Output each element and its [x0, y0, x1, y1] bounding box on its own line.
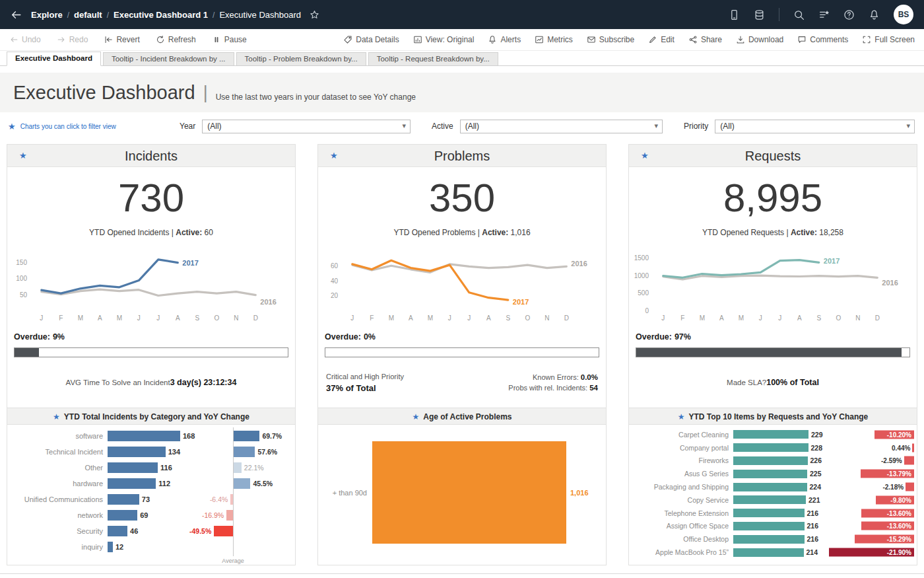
bar-row[interactable]: software16869.7% [7, 428, 295, 444]
bar-row[interactable]: Telephone Extension216-13.60% [629, 507, 917, 520]
bar-row[interactable]: Apple MacBook Pro 15”214-21.90% [629, 546, 917, 559]
redo-button[interactable]: Redo [57, 35, 88, 44]
svg-text:A: A [797, 314, 802, 322]
year-filter-select[interactable]: (All) [202, 120, 411, 133]
yoy-bar[interactable] [233, 462, 242, 473]
edit-button[interactable]: Edit [648, 35, 675, 44]
value-bar[interactable] [733, 548, 804, 557]
value-bar[interactable] [372, 441, 566, 544]
requests-trend-chart[interactable]: 050010001500JFMAMJJASOND20162017 [629, 246, 917, 326]
share-icon [688, 35, 698, 44]
value-bar[interactable] [108, 494, 139, 505]
value-bar[interactable] [733, 483, 807, 491]
value-bar[interactable] [108, 510, 137, 521]
tab-tooltip-problem[interactable]: Tooltip - Problem Breakdown by... [236, 52, 366, 65]
favorite-star-icon[interactable] [310, 10, 319, 20]
value-bar[interactable] [108, 431, 180, 441]
value-bar[interactable] [108, 526, 127, 536]
bar-row[interactable]: Carpet Cleaning229-10.20% [629, 428, 917, 441]
download-button[interactable]: Download [736, 35, 783, 44]
bar-row[interactable]: Fireworks226-2.59% [629, 454, 917, 468]
value-bar[interactable] [733, 430, 808, 439]
bar-row[interactable]: Security46-49.5% [7, 523, 295, 539]
tab-executive-dashboard[interactable]: Executive Dashboard [7, 52, 101, 66]
bar-row[interactable]: inquiry12 [7, 539, 295, 555]
bar-row[interactable]: Copy Service221-9.80% [629, 493, 917, 507]
value-bar[interactable] [733, 470, 807, 478]
share-button[interactable]: Share [688, 35, 722, 44]
yoy-cell: -16.9% [192, 507, 295, 523]
value-bar[interactable] [108, 542, 113, 552]
bar-row[interactable]: hardware11245.5% [7, 476, 295, 491]
requests-top10-chart[interactable]: Carpet Cleaning229-10.20%Company portal2… [629, 425, 917, 565]
refresh-button[interactable]: Refresh [156, 35, 196, 44]
yoy-label: -13.60% [887, 523, 911, 530]
tab-tooltip-request[interactable]: Tooltip - Request Breakdown by... [368, 52, 498, 65]
subscribe-button[interactable]: Subscribe [587, 35, 634, 44]
bar-row[interactable]: Company portal2280.44% [629, 441, 917, 454]
active-filter-select[interactable]: (All) [460, 120, 663, 133]
full-screen-button[interactable]: Full Screen [862, 35, 915, 44]
pause-button[interactable]: Pause [212, 35, 247, 44]
series-2017-line[interactable] [663, 260, 819, 278]
yoy-bar[interactable] [906, 483, 914, 491]
bar-row[interactable]: network69-16.9% [7, 507, 295, 523]
view-original-button[interactable]: View: Original [413, 35, 475, 44]
yoy-bar[interactable] [233, 447, 255, 457]
breadcrumb-explore[interactable]: Explore [31, 10, 63, 20]
value-bar[interactable] [733, 495, 806, 504]
bar-row[interactable]: Office Desktop216-15.29% [629, 532, 917, 546]
value-bar[interactable] [733, 509, 805, 517]
avatar[interactable]: BS [894, 5, 913, 24]
revert-button[interactable]: Revert [104, 35, 139, 44]
problems-age-chart[interactable]: + than 90d1,016 [318, 425, 606, 565]
value-bar[interactable] [733, 522, 805, 530]
series-2016-line[interactable] [352, 264, 567, 272]
yoy-bar[interactable] [214, 526, 233, 536]
chart-view-icon [413, 35, 422, 44]
bar-row[interactable]: Asus G Series225-13.79% [629, 467, 917, 480]
device-preview-icon[interactable] [729, 9, 740, 20]
incidents-trend-chart[interactable]: 50100150JFMAMJJASOND20162017 [7, 246, 295, 326]
year-filter-value: (All) [207, 122, 221, 131]
back-button[interactable] [11, 9, 22, 20]
value-bar[interactable] [108, 447, 166, 457]
value-bar[interactable] [733, 535, 805, 544]
yoy-bar[interactable] [226, 510, 233, 521]
value-bar[interactable] [733, 443, 808, 452]
data-source-icon[interactable] [754, 9, 765, 20]
series-2017-line[interactable] [352, 260, 508, 300]
priority-filter-select[interactable]: (All) [715, 120, 915, 133]
series-2017-line[interactable] [42, 260, 178, 293]
yoy-label: -2.18% [882, 484, 904, 491]
bar-row[interactable]: Packaging and Shipping224-2.18% [629, 480, 917, 493]
help-icon[interactable] [843, 9, 855, 20]
svg-text:M: M [117, 314, 122, 322]
yoy-bar[interactable] [904, 456, 914, 465]
search-icon[interactable] [793, 9, 805, 20]
value-bar[interactable] [108, 478, 156, 489]
metrics-button[interactable]: Metrics [535, 35, 573, 44]
undo-button[interactable]: Undo [9, 35, 41, 44]
yoy-bar[interactable] [233, 431, 259, 441]
comments-button[interactable]: Comments [797, 35, 848, 44]
bar-row[interactable]: Other11622.1% [7, 460, 295, 476]
incidents-category-chart[interactable]: software16869.7%Technical Incident13457.… [7, 425, 295, 565]
alerts-button[interactable]: Alerts [488, 35, 521, 44]
yoy-bar[interactable] [233, 478, 250, 489]
yoy-cell: 0.44% [816, 441, 917, 454]
value-bar[interactable] [108, 462, 158, 473]
breadcrumb-workbook[interactable]: Executive Dashboard 1 [114, 10, 208, 20]
activity-feed-icon[interactable] [818, 9, 830, 20]
bar-row[interactable]: + than 90d1,016 [318, 428, 606, 565]
yoy-bar[interactable] [912, 443, 914, 452]
problems-trend-chart[interactable]: 204060JFMAMJJASOND20162017 [318, 246, 606, 326]
notifications-bell-icon[interactable] [869, 9, 880, 20]
bar-row[interactable]: Unified Communications73-6.4% [7, 491, 295, 507]
tab-tooltip-incident[interactable]: Tooltip - Incident Breakdown by ... [103, 52, 234, 65]
value-bar[interactable] [733, 456, 808, 465]
data-details-button[interactable]: Data Details [343, 35, 399, 44]
bar-row[interactable]: Assign Office Space216-13.60% [629, 520, 917, 533]
breadcrumb-default[interactable]: default [74, 10, 102, 20]
bar-row[interactable]: Technical Incident13457.6% [7, 444, 295, 460]
